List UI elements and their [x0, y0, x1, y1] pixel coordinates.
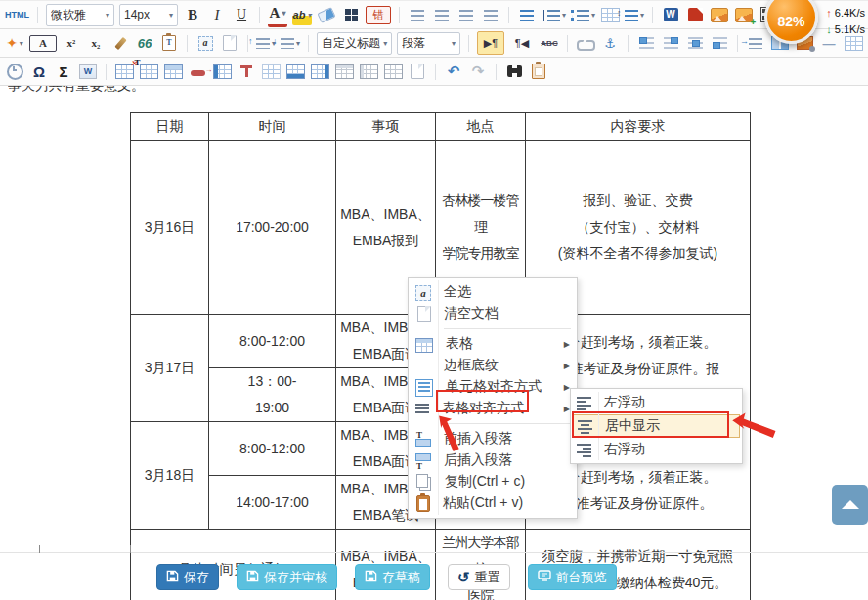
menu-item-0[interactable]: 全选 [409, 281, 577, 303]
table-title-icon[interactable] [139, 61, 158, 82]
action-button-2[interactable]: 存草稿 [355, 564, 430, 590]
font-size-select[interactable]: 14px▾ [119, 4, 178, 26]
special-char-button[interactable]: Ω [29, 61, 49, 82]
image-float-center-button[interactable] [685, 32, 705, 54]
header-item[interactable]: 事项 [336, 113, 436, 141]
insert-row-below-icon[interactable] [285, 61, 305, 82]
cell-date-r3[interactable]: 3月18日 [131, 422, 209, 530]
paste-icon[interactable] [529, 61, 548, 82]
spellcheck-button[interactable]: ABC [540, 32, 559, 54]
insert-column-icon[interactable] [212, 61, 232, 82]
align-left-button[interactable] [408, 4, 427, 25]
italic-button[interactable]: I [207, 4, 227, 25]
cell-time-r2a[interactable]: 8:00-12:00 [209, 315, 336, 368]
insert-col-right-icon[interactable] [310, 61, 329, 82]
space-after-button[interactable]: ▾ [281, 32, 300, 54]
toolbar: HTML微软雅▾14px▾BIUA▾ab▾错▾▾▾W ✦▾Ax²x₂66a▾▾自… [0, 0, 868, 86]
word-import-icon[interactable]: W [661, 4, 680, 25]
align-center-button[interactable] [432, 4, 452, 25]
format-brush-icon[interactable] [110, 32, 130, 54]
action-button-4[interactable]: 前台预览 [528, 564, 617, 590]
menu-item-9[interactable]: 后插入段落 [409, 450, 577, 471]
table-header-icon[interactable] [163, 61, 183, 82]
html-source-button[interactable]: HTML [5, 4, 29, 25]
image-float-none-button[interactable] [636, 32, 656, 54]
blockquote-button[interactable]: 66 [135, 32, 154, 54]
menu-item-1[interactable]: 清空文档 [409, 303, 577, 324]
delete-table-icon[interactable] [114, 61, 134, 82]
word-image-icon[interactable]: W [78, 61, 98, 82]
merge-right-icon[interactable] [334, 61, 354, 82]
header-place[interactable]: 地点 [436, 113, 526, 141]
cell-date-r1[interactable]: 3月16日 [131, 141, 209, 315]
align-right-button[interactable] [456, 4, 476, 25]
menu-item-3[interactable]: 表格▶ [409, 333, 577, 355]
paragraph-format-select[interactable]: 段落▾ [397, 32, 460, 55]
bold-button[interactable]: B [183, 4, 202, 25]
split-columns-icon[interactable] [383, 61, 403, 82]
merge-cells-icon[interactable] [261, 61, 281, 82]
insert-time-icon[interactable] [5, 61, 24, 82]
ltr-paragraph-button[interactable]: ▶¶ [477, 31, 504, 55]
blank-page-icon[interactable] [220, 32, 239, 54]
back-to-top-button[interactable] [832, 485, 868, 525]
unordered-list-button[interactable]: ▾ [571, 4, 595, 25]
formula-button[interactable]: Σ [54, 61, 73, 82]
eraser-icon[interactable] [317, 4, 336, 25]
split-columns-icon [384, 64, 403, 79]
rtl-paragraph-button[interactable]: ¶◀ [509, 32, 535, 54]
line-height-button[interactable]: ▾ [625, 4, 644, 25]
align-justify-button[interactable] [481, 4, 500, 25]
paragraph-indent-icon[interactable] [746, 32, 765, 54]
menu-item-11[interactable]: 粘贴(Ctrl + v) [409, 493, 577, 514]
clipped-paragraph[interactable]: 事关刀共有重要意义。 [8, 86, 145, 95]
multi-image-icon[interactable] [734, 4, 754, 25]
magic-format-button[interactable]: ✦▾ [5, 32, 24, 54]
image-float-left-button[interactable] [661, 32, 680, 54]
pdf-export-icon[interactable] [685, 4, 705, 25]
insert-image-icon[interactable] [710, 4, 729, 25]
blocks-icon[interactable] [341, 4, 361, 25]
menu-item-4[interactable]: 边框底纹▶ [409, 355, 577, 376]
indent-button[interactable] [517, 4, 537, 25]
image-float-right-button[interactable] [710, 32, 729, 54]
header-req[interactable]: 内容要求 [526, 113, 751, 141]
menu-item-8[interactable]: 前插入段落 [409, 428, 577, 450]
find-replace-icon[interactable] [504, 61, 524, 82]
anchor-icon[interactable]: ⚓ [600, 32, 620, 54]
paste-text-icon[interactable] [159, 32, 179, 54]
cell-time-r3b[interactable]: 14:00-17:00 [209, 476, 336, 530]
font-color-button[interactable]: A▾ [268, 3, 287, 27]
menu-item-10[interactable]: 复制(Ctrl + c) [409, 471, 577, 493]
cuo-check-button[interactable]: 错 [366, 6, 391, 24]
font-family-select[interactable]: 微软雅▾ [46, 4, 114, 26]
action-button-3[interactable]: ↺重置 [448, 564, 510, 590]
save-button[interactable]: 保存 [156, 564, 219, 590]
cell-time-r2b[interactable]: 13：00- 19:00 [209, 368, 336, 422]
merge-down-icon[interactable] [359, 61, 378, 82]
superscript-button[interactable]: x² [62, 32, 81, 54]
header-time[interactable]: 时间 [209, 113, 336, 141]
action-button-1[interactable]: 保存并审核 [237, 564, 337, 590]
cell-time-r1[interactable]: 17:00-20:00 [209, 141, 336, 315]
submenu-item-2[interactable]: 右浮动 [571, 438, 742, 461]
custom-title-select[interactable]: 自定义标题▾ [317, 32, 392, 55]
auto-typeset-icon[interactable]: a [195, 32, 215, 54]
header-date[interactable]: 日期 [131, 113, 209, 141]
document-icon[interactable] [408, 61, 427, 82]
left-tick-mark [39, 545, 40, 553]
split-cell-icon[interactable] [188, 61, 207, 82]
ordered-list-button[interactable]: ▾ [542, 4, 566, 25]
underline-button[interactable]: U [232, 4, 251, 25]
word-image-icon: W [79, 64, 97, 79]
redo-button[interactable]: ↷ [468, 61, 488, 82]
bordered-text-button[interactable]: A [29, 35, 57, 52]
highlight-color-button[interactable]: ab▾ [292, 4, 312, 25]
cell-date-r2[interactable]: 3月17日 [131, 315, 209, 422]
unlink-icon[interactable] [576, 32, 595, 54]
delete-column-icon[interactable] [237, 61, 256, 82]
undo-button[interactable]: ↶ [444, 61, 463, 82]
cell-time-r3a[interactable]: 8:00-12:00 [209, 422, 336, 476]
subscript-button[interactable]: x₂ [86, 32, 106, 54]
toolbar-separator [628, 35, 629, 52]
